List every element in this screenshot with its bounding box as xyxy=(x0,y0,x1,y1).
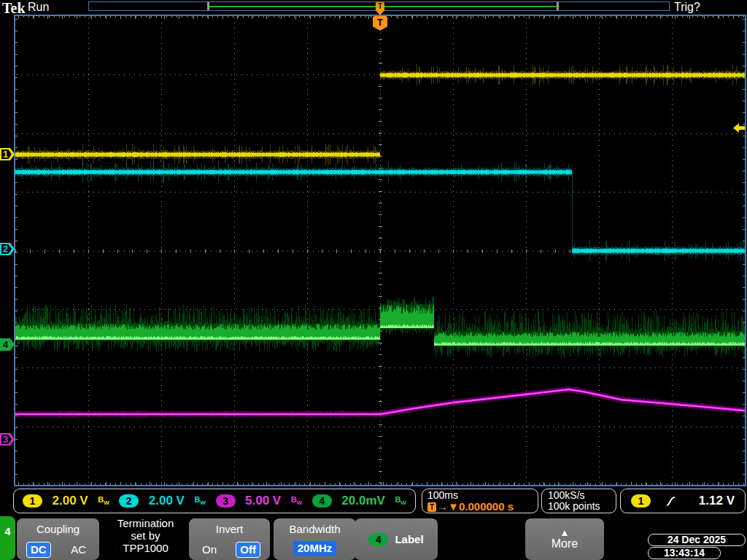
up-arrow-icon: ▲ xyxy=(560,529,570,537)
bandwidth-value[interactable]: 20MHz xyxy=(293,541,337,556)
trigger-position-readout: T → ▼ 0.000000 s xyxy=(427,501,533,513)
channel-readouts: 1 2.00 V BW 2 2.00 V BW 3 5.00 V BW 4 20… xyxy=(13,489,416,513)
date-display: 24 Dec 2025 xyxy=(648,534,746,546)
label-text: Label xyxy=(395,533,423,545)
channel1-reference-marker[interactable]: 1 xyxy=(0,148,15,160)
invert-title: Invert xyxy=(189,523,270,535)
invert-off-option[interactable]: Off xyxy=(236,542,260,558)
oscilloscope-screen: Tek Run T Trig? T 1 2 4 3 1 2.00 V BW xyxy=(0,0,747,560)
trigger-t-mini-icon: T xyxy=(427,502,436,512)
channel4-scale: 20.0mV xyxy=(341,494,385,508)
channel1-scale: 2.00 V xyxy=(53,494,88,508)
trigger-level-value: 1.12 V xyxy=(699,494,735,508)
channel3-badge: 3 xyxy=(216,494,236,508)
invert-on-option[interactable]: On xyxy=(198,542,220,557)
trigger-position-arrow-icon xyxy=(375,9,385,15)
trigger-status: Trig? xyxy=(674,1,700,14)
timebase-readout: 100ms T → ▼ 0.000000 s xyxy=(422,489,538,513)
channel4-reference-marker[interactable]: 4 xyxy=(0,338,15,351)
trigger-readout: 1 1.12 V xyxy=(620,489,746,513)
trigger-position-value: 0.000000 s xyxy=(459,501,514,513)
termination-info: Termination set by TPP1000 xyxy=(103,517,188,554)
channel1-bandwidth-limit-icon: BW xyxy=(98,495,109,506)
timebase-scale: 100ms xyxy=(427,490,533,501)
label-channel-badge: 4 xyxy=(368,533,388,546)
trigger-source-badge: 1 xyxy=(631,494,651,508)
arrow-right-icon: → xyxy=(437,501,448,513)
channel2-scale: 2.00 V xyxy=(149,494,185,508)
record-length: 100k points xyxy=(548,501,610,512)
channel2-reference-marker[interactable]: 2 xyxy=(0,243,15,255)
acquisition-readout: 100kS/s 100k points xyxy=(541,489,616,513)
invert-button[interactable]: Invert On Off xyxy=(189,518,270,560)
time-display: 13:43:14 xyxy=(648,547,721,559)
bandwidth-title: Bandwidth xyxy=(274,523,356,535)
softkey-menu-bar: 4 Coupling DC AC Termination set by TPP1… xyxy=(0,514,747,560)
channel4-bandwidth-limit-icon: BW xyxy=(395,495,406,506)
channel1-badge: 1 xyxy=(23,494,42,508)
bandwidth-button[interactable]: Bandwidth 20MHz xyxy=(274,518,356,560)
channel4-badge: 4 xyxy=(312,494,332,508)
channel2-bandwidth-limit-icon: BW xyxy=(194,495,206,506)
channel4-menu-tab: 4 xyxy=(0,516,15,560)
more-button[interactable]: ▲ More xyxy=(525,518,604,560)
channel3-scale: 5.00 V xyxy=(245,494,281,508)
coupling-title: Coupling xyxy=(17,523,99,535)
waveform-canvas xyxy=(15,16,745,485)
acquisition-status: Run xyxy=(28,1,49,14)
coupling-ac-option[interactable]: AC xyxy=(67,542,90,557)
channel2-badge: 2 xyxy=(119,494,139,508)
record-view-right-bracket[interactable] xyxy=(557,2,559,10)
marker-down-icon: ▼ xyxy=(448,501,459,513)
trigger-position-marker[interactable]: T xyxy=(372,9,388,31)
label-button[interactable]: 4 Label xyxy=(355,518,438,560)
sample-rate: 100kS/s xyxy=(548,490,610,501)
trigger-t-icon: T xyxy=(373,16,387,31)
rising-edge-slope-icon xyxy=(665,495,676,508)
more-label: More xyxy=(551,537,578,551)
channel3-reference-marker[interactable]: 3 xyxy=(0,433,15,446)
coupling-dc-option[interactable]: DC xyxy=(26,542,51,558)
coupling-button[interactable]: Coupling DC AC xyxy=(17,518,99,560)
channel3-bandwidth-limit-icon: BW xyxy=(291,495,303,506)
